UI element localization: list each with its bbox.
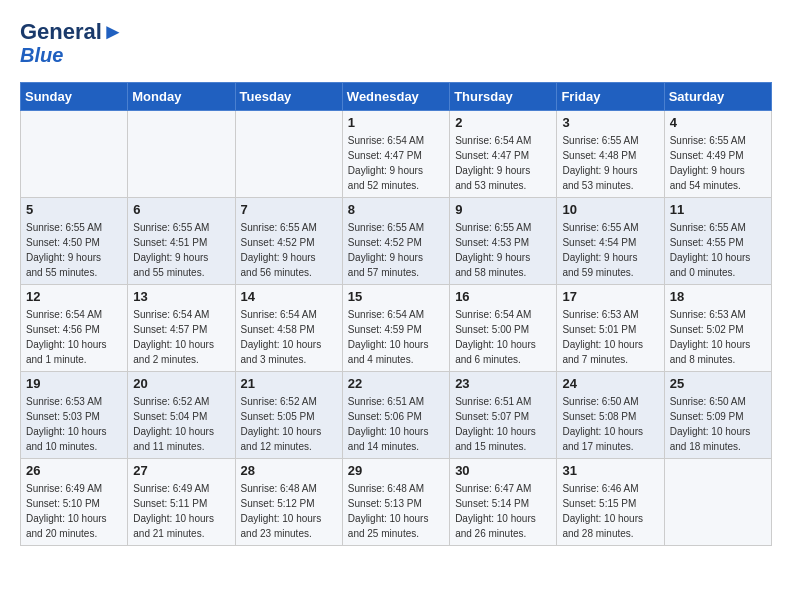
- day-number: 13: [133, 289, 229, 304]
- day-number: 25: [670, 376, 766, 391]
- day-info: Sunrise: 6:55 AM Sunset: 4:50 PM Dayligh…: [26, 220, 122, 280]
- day-number: 7: [241, 202, 337, 217]
- calendar-day-16: 16Sunrise: 6:54 AM Sunset: 5:00 PM Dayli…: [450, 285, 557, 372]
- day-number: 19: [26, 376, 122, 391]
- day-info: Sunrise: 6:50 AM Sunset: 5:09 PM Dayligh…: [670, 394, 766, 454]
- calendar-day-10: 10Sunrise: 6:55 AM Sunset: 4:54 PM Dayli…: [557, 198, 664, 285]
- day-info: Sunrise: 6:54 AM Sunset: 4:58 PM Dayligh…: [241, 307, 337, 367]
- calendar-empty-cell: [21, 111, 128, 198]
- calendar-week-row: 26Sunrise: 6:49 AM Sunset: 5:10 PM Dayli…: [21, 459, 772, 546]
- calendar-day-26: 26Sunrise: 6:49 AM Sunset: 5:10 PM Dayli…: [21, 459, 128, 546]
- day-number: 18: [670, 289, 766, 304]
- logo-text: General►: [20, 20, 124, 44]
- day-info: Sunrise: 6:49 AM Sunset: 5:11 PM Dayligh…: [133, 481, 229, 541]
- calendar-day-20: 20Sunrise: 6:52 AM Sunset: 5:04 PM Dayli…: [128, 372, 235, 459]
- calendar-empty-cell: [235, 111, 342, 198]
- day-info: Sunrise: 6:46 AM Sunset: 5:15 PM Dayligh…: [562, 481, 658, 541]
- day-info: Sunrise: 6:53 AM Sunset: 5:03 PM Dayligh…: [26, 394, 122, 454]
- calendar-empty-cell: [128, 111, 235, 198]
- calendar-day-17: 17Sunrise: 6:53 AM Sunset: 5:01 PM Dayli…: [557, 285, 664, 372]
- calendar-day-25: 25Sunrise: 6:50 AM Sunset: 5:09 PM Dayli…: [664, 372, 771, 459]
- calendar-day-12: 12Sunrise: 6:54 AM Sunset: 4:56 PM Dayli…: [21, 285, 128, 372]
- calendar-empty-cell: [664, 459, 771, 546]
- calendar-day-11: 11Sunrise: 6:55 AM Sunset: 4:55 PM Dayli…: [664, 198, 771, 285]
- calendar-day-19: 19Sunrise: 6:53 AM Sunset: 5:03 PM Dayli…: [21, 372, 128, 459]
- calendar-day-3: 3Sunrise: 6:55 AM Sunset: 4:48 PM Daylig…: [557, 111, 664, 198]
- day-info: Sunrise: 6:55 AM Sunset: 4:54 PM Dayligh…: [562, 220, 658, 280]
- weekday-header-wednesday: Wednesday: [342, 83, 449, 111]
- calendar-day-9: 9Sunrise: 6:55 AM Sunset: 4:53 PM Daylig…: [450, 198, 557, 285]
- day-number: 21: [241, 376, 337, 391]
- logo-blue-text: Blue: [20, 44, 63, 66]
- day-info: Sunrise: 6:49 AM Sunset: 5:10 PM Dayligh…: [26, 481, 122, 541]
- day-number: 11: [670, 202, 766, 217]
- calendar-day-13: 13Sunrise: 6:54 AM Sunset: 4:57 PM Dayli…: [128, 285, 235, 372]
- page-header: General► Blue: [20, 20, 772, 66]
- calendar-day-24: 24Sunrise: 6:50 AM Sunset: 5:08 PM Dayli…: [557, 372, 664, 459]
- weekday-header-friday: Friday: [557, 83, 664, 111]
- weekday-header-tuesday: Tuesday: [235, 83, 342, 111]
- day-info: Sunrise: 6:48 AM Sunset: 5:13 PM Dayligh…: [348, 481, 444, 541]
- day-info: Sunrise: 6:55 AM Sunset: 4:48 PM Dayligh…: [562, 133, 658, 193]
- day-number: 3: [562, 115, 658, 130]
- calendar-day-21: 21Sunrise: 6:52 AM Sunset: 5:05 PM Dayli…: [235, 372, 342, 459]
- day-info: Sunrise: 6:54 AM Sunset: 4:59 PM Dayligh…: [348, 307, 444, 367]
- calendar-day-7: 7Sunrise: 6:55 AM Sunset: 4:52 PM Daylig…: [235, 198, 342, 285]
- logo: General► Blue: [20, 20, 124, 66]
- day-number: 14: [241, 289, 337, 304]
- day-number: 5: [26, 202, 122, 217]
- calendar-week-row: 19Sunrise: 6:53 AM Sunset: 5:03 PM Dayli…: [21, 372, 772, 459]
- day-info: Sunrise: 6:48 AM Sunset: 5:12 PM Dayligh…: [241, 481, 337, 541]
- day-info: Sunrise: 6:55 AM Sunset: 4:52 PM Dayligh…: [348, 220, 444, 280]
- weekday-header-monday: Monday: [128, 83, 235, 111]
- calendar-day-6: 6Sunrise: 6:55 AM Sunset: 4:51 PM Daylig…: [128, 198, 235, 285]
- day-number: 16: [455, 289, 551, 304]
- day-number: 29: [348, 463, 444, 478]
- calendar-day-30: 30Sunrise: 6:47 AM Sunset: 5:14 PM Dayli…: [450, 459, 557, 546]
- calendar-week-row: 12Sunrise: 6:54 AM Sunset: 4:56 PM Dayli…: [21, 285, 772, 372]
- day-number: 28: [241, 463, 337, 478]
- day-number: 9: [455, 202, 551, 217]
- calendar-day-22: 22Sunrise: 6:51 AM Sunset: 5:06 PM Dayli…: [342, 372, 449, 459]
- day-info: Sunrise: 6:55 AM Sunset: 4:52 PM Dayligh…: [241, 220, 337, 280]
- day-info: Sunrise: 6:55 AM Sunset: 4:49 PM Dayligh…: [670, 133, 766, 193]
- calendar-day-2: 2Sunrise: 6:54 AM Sunset: 4:47 PM Daylig…: [450, 111, 557, 198]
- calendar-week-row: 1Sunrise: 6:54 AM Sunset: 4:47 PM Daylig…: [21, 111, 772, 198]
- calendar-day-31: 31Sunrise: 6:46 AM Sunset: 5:15 PM Dayli…: [557, 459, 664, 546]
- day-info: Sunrise: 6:54 AM Sunset: 4:57 PM Dayligh…: [133, 307, 229, 367]
- day-info: Sunrise: 6:54 AM Sunset: 5:00 PM Dayligh…: [455, 307, 551, 367]
- calendar-day-29: 29Sunrise: 6:48 AM Sunset: 5:13 PM Dayli…: [342, 459, 449, 546]
- calendar-day-28: 28Sunrise: 6:48 AM Sunset: 5:12 PM Dayli…: [235, 459, 342, 546]
- day-number: 2: [455, 115, 551, 130]
- calendar-day-5: 5Sunrise: 6:55 AM Sunset: 4:50 PM Daylig…: [21, 198, 128, 285]
- calendar-day-1: 1Sunrise: 6:54 AM Sunset: 4:47 PM Daylig…: [342, 111, 449, 198]
- day-number: 8: [348, 202, 444, 217]
- day-info: Sunrise: 6:55 AM Sunset: 4:53 PM Dayligh…: [455, 220, 551, 280]
- calendar-week-row: 5Sunrise: 6:55 AM Sunset: 4:50 PM Daylig…: [21, 198, 772, 285]
- calendar-day-14: 14Sunrise: 6:54 AM Sunset: 4:58 PM Dayli…: [235, 285, 342, 372]
- day-info: Sunrise: 6:50 AM Sunset: 5:08 PM Dayligh…: [562, 394, 658, 454]
- day-info: Sunrise: 6:51 AM Sunset: 5:06 PM Dayligh…: [348, 394, 444, 454]
- day-number: 12: [26, 289, 122, 304]
- day-info: Sunrise: 6:54 AM Sunset: 4:47 PM Dayligh…: [455, 133, 551, 193]
- day-number: 27: [133, 463, 229, 478]
- calendar-table: SundayMondayTuesdayWednesdayThursdayFrid…: [20, 82, 772, 546]
- calendar-day-27: 27Sunrise: 6:49 AM Sunset: 5:11 PM Dayli…: [128, 459, 235, 546]
- calendar-day-15: 15Sunrise: 6:54 AM Sunset: 4:59 PM Dayli…: [342, 285, 449, 372]
- weekday-header-row: SundayMondayTuesdayWednesdayThursdayFrid…: [21, 83, 772, 111]
- day-info: Sunrise: 6:55 AM Sunset: 4:55 PM Dayligh…: [670, 220, 766, 280]
- day-info: Sunrise: 6:47 AM Sunset: 5:14 PM Dayligh…: [455, 481, 551, 541]
- day-info: Sunrise: 6:52 AM Sunset: 5:05 PM Dayligh…: [241, 394, 337, 454]
- day-number: 24: [562, 376, 658, 391]
- calendar-day-23: 23Sunrise: 6:51 AM Sunset: 5:07 PM Dayli…: [450, 372, 557, 459]
- day-number: 26: [26, 463, 122, 478]
- weekday-header-thursday: Thursday: [450, 83, 557, 111]
- day-number: 10: [562, 202, 658, 217]
- day-number: 4: [670, 115, 766, 130]
- day-number: 30: [455, 463, 551, 478]
- calendar-day-4: 4Sunrise: 6:55 AM Sunset: 4:49 PM Daylig…: [664, 111, 771, 198]
- day-info: Sunrise: 6:54 AM Sunset: 4:56 PM Dayligh…: [26, 307, 122, 367]
- day-info: Sunrise: 6:53 AM Sunset: 5:01 PM Dayligh…: [562, 307, 658, 367]
- day-number: 22: [348, 376, 444, 391]
- weekday-header-saturday: Saturday: [664, 83, 771, 111]
